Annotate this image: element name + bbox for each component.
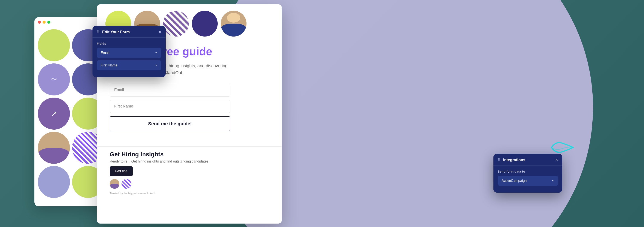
send-form-label: Send form data to: [498, 170, 558, 173]
integration-dropdown-arrow: ▼: [552, 179, 554, 182]
dialog-header: ⠿ Edit Your Form ×: [92, 26, 166, 38]
dialog-close-button[interactable]: ×: [158, 30, 161, 34]
submit-button[interactable]: Send me the guide!: [110, 116, 230, 131]
dialog-body: Fields Email ▼ First Name ▼: [92, 38, 166, 77]
integrations-body: Send form data to ActiveCampaign ▼: [494, 166, 562, 193]
trusted-text: Trusted by the biggest names in tech.: [110, 192, 269, 195]
bottom-avatar-2: [122, 179, 131, 189]
integrations-dialog-header: ⠿ Integrations ×: [494, 154, 562, 166]
integrations-header-left: ⠿ Integrations: [498, 158, 525, 162]
email-dropdown-arrow: ▼: [155, 51, 158, 54]
cyan-decorative-shape: [549, 139, 575, 156]
get-the-button[interactable]: Get the: [110, 166, 133, 176]
window-dot-green: [47, 21, 50, 24]
integrations-title: Integrations: [503, 158, 525, 162]
bottom-description: Ready to re... Get hiring insights and f…: [110, 160, 269, 163]
window-dot-red: [38, 21, 41, 24]
selected-integration: ActiveCampaign: [502, 179, 527, 183]
circle-arrow: ↗: [38, 98, 70, 130]
circle-green-1: [38, 29, 70, 61]
window-dot-yellow: [42, 21, 46, 24]
dialog-title: Edit Your Form: [102, 30, 130, 34]
firstname-field-label: First Name: [101, 63, 118, 67]
firstname-input[interactable]: [110, 100, 230, 113]
email-field-select[interactable]: Email ▼: [97, 48, 161, 58]
email-input[interactable]: [110, 84, 230, 96]
firstname-field-select[interactable]: First Name ▼: [97, 60, 161, 70]
circle-light-blue: [38, 166, 70, 198]
avatar-dark-blue: [192, 11, 218, 36]
bottom-avatar-1: [110, 179, 120, 189]
integrations-drag-icon: ⠿: [498, 158, 500, 162]
firstname-dropdown-arrow: ▼: [155, 64, 158, 67]
drag-icon: ⠿: [97, 30, 100, 34]
person-circle-1: [38, 132, 70, 164]
avatar-striped: [163, 11, 189, 36]
dialog-header-left: ⠿ Edit Your Form: [97, 30, 130, 34]
bottom-heading: Get Hiring Insights: [110, 151, 269, 158]
landing-title-highlight: free guide: [159, 45, 212, 58]
bottom-heading-text: Get Hiring Insights: [110, 151, 164, 158]
fields-label: Fields: [97, 42, 161, 45]
integrations-close-button[interactable]: ×: [555, 158, 558, 162]
integrations-dialog: ⠿ Integrations × Send form data to Activ…: [494, 154, 562, 193]
landing-card-bottom: Get Hiring Insights Ready to re... Get h…: [97, 146, 282, 199]
edit-form-dialog: ⠿ Edit Your Form × Fields Email ▼ First …: [92, 26, 166, 77]
email-field-label: Email: [101, 51, 109, 55]
circle-wavy: 〜: [38, 63, 70, 95]
get-the-section: Get the: [110, 166, 269, 176]
avatar-person-2: [221, 11, 246, 36]
integration-select[interactable]: ActiveCampaign ▼: [498, 176, 558, 186]
bottom-avatars: [110, 179, 269, 189]
